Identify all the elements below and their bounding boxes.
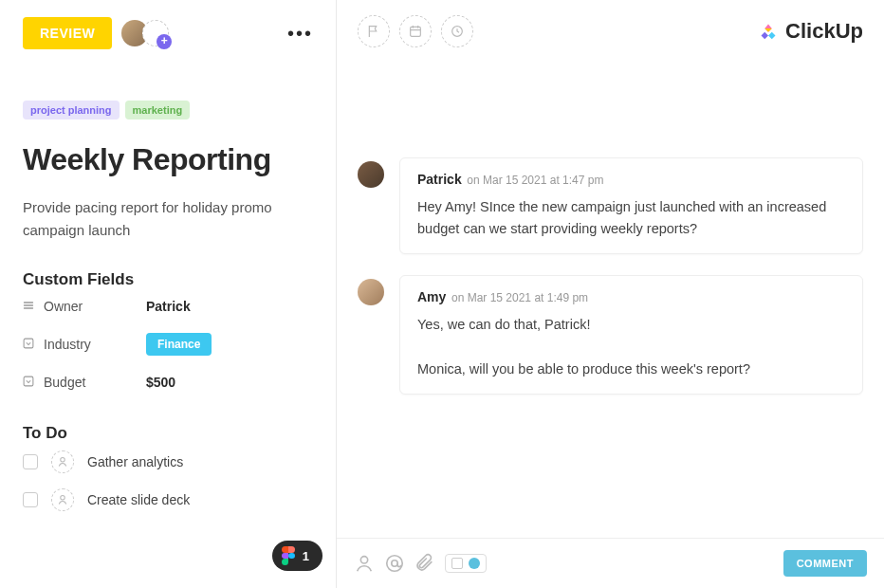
comment-body[interactable]: Amy on Mar 15 2021 at 1:49 pm Yes, we ca… [399,275,863,395]
cf-value: Patrick [146,299,191,314]
plus-icon: + [157,34,172,49]
assignee-stack[interactable]: + [121,20,169,46]
avatar[interactable] [358,161,384,188]
cf-value: $500 [146,375,175,390]
comment-text: Hey Amy! SInce the new campaign just lau… [417,196,845,240]
figma-attachment-badge[interactable]: 1 [272,541,322,571]
todo-item[interactable]: Create slide deck [23,481,313,519]
checkbox[interactable] [23,454,38,469]
list-icon [23,300,44,314]
svg-point-8 [392,560,397,566]
avatar[interactable] [358,279,384,305]
checkbox[interactable] [23,492,38,507]
comment-item: Patrick on Mar 15 2021 at 1:47 pm Hey Am… [358,157,863,254]
at-icon[interactable] [384,553,405,574]
todo-label: Create slide deck [87,492,190,507]
activity-panel: ClickUp Patrick on Mar 15 2021 at 1:47 p… [337,0,884,588]
svg-point-7 [387,556,403,572]
status-badge[interactable]: REVIEW [23,17,112,49]
cf-label: Industry [44,337,146,352]
time-icon[interactable] [441,15,473,47]
dropdown-icon [23,338,44,352]
task-panel: REVIEW + ••• project planning marketing … [0,0,337,588]
comment-composer-bar: COMMENT [337,539,884,588]
tag-list: project planning marketing [23,101,313,119]
dropdown-icon [23,376,44,390]
top-toolbar: ClickUp [337,0,884,63]
attachment-icon[interactable] [414,553,435,574]
cf-label: Budget [44,375,146,390]
task-title[interactable]: Weekly Reporting [23,142,313,177]
figma-icon [282,546,295,565]
brand-logo: ClickUp [757,19,863,44]
svg-rect-4 [411,27,421,36]
comment-button[interactable]: COMMENT [783,550,867,577]
svg-rect-0 [24,339,33,348]
svg-point-3 [61,496,65,501]
calendar-icon[interactable] [399,15,432,47]
add-assignee-icon[interactable]: + [142,20,169,46]
clickup-mark-icon [757,20,780,43]
comment-body[interactable]: Patrick on Mar 15 2021 at 1:47 pm Hey Am… [399,157,863,254]
view-toggle[interactable] [445,554,487,573]
svg-point-6 [360,557,367,563]
comment-timestamp: on Mar 15 2021 at 1:49 pm [451,291,588,304]
assign-user-icon[interactable] [51,450,74,473]
tag-marketing[interactable]: marketing [125,101,191,119]
comment-text: Yes, we can do that, Patrick! Monica, wi… [417,314,845,380]
comment-timestamp: on Mar 15 2021 at 1:47 pm [467,174,603,187]
cf-label: Owner [44,299,146,314]
mention-user-icon[interactable] [354,553,375,574]
comment-item: Amy on Mar 15 2021 at 1:49 pm Yes, we ca… [358,275,863,395]
todo-heading: To Do [23,424,313,443]
svg-rect-1 [24,377,33,386]
brand-name: ClickUp [785,19,863,44]
custom-fields-heading: Custom Fields [23,270,313,289]
task-description[interactable]: Provide pacing report for holiday promo … [23,196,313,242]
comment-thread: Patrick on Mar 15 2021 at 1:47 pm Hey Am… [337,63,884,539]
svg-point-2 [61,458,65,463]
custom-field-owner[interactable]: Owner Patrick [23,289,313,323]
flag-icon[interactable] [358,15,390,47]
todo-label: Gather analytics [87,454,183,469]
assign-user-icon[interactable] [51,488,74,511]
todo-item[interactable]: Gather analytics [23,443,313,481]
figma-count: 1 [303,549,309,563]
custom-field-budget[interactable]: Budget $500 [23,365,313,399]
more-menu-icon[interactable]: ••• [287,23,313,45]
cf-value: Finance [146,333,212,356]
custom-field-industry[interactable]: Industry Finance [23,323,313,365]
comment-author: Patrick [417,172,462,187]
comment-author: Amy [417,289,446,304]
tag-project-planning[interactable]: project planning [23,101,120,119]
